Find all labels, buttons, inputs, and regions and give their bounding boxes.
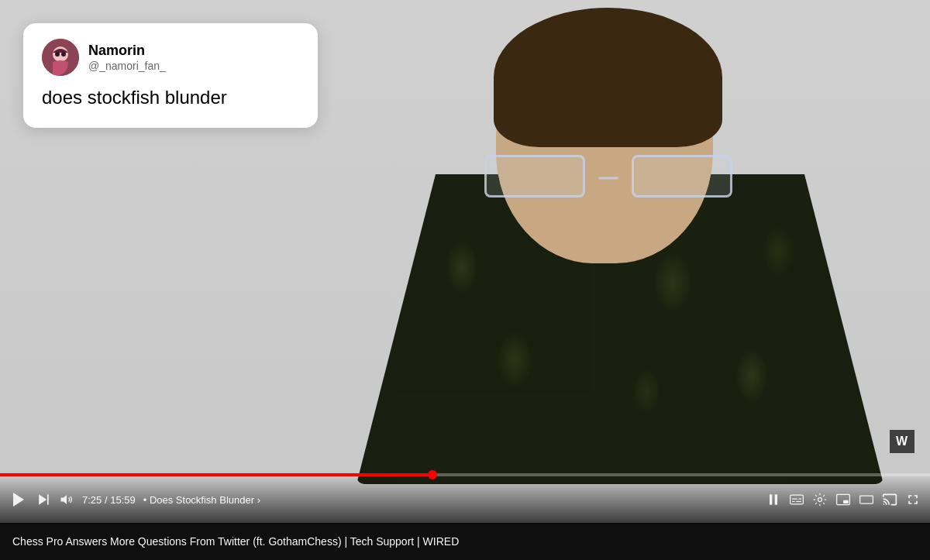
miniplayer-button[interactable]: [835, 492, 851, 507]
person-glasses: [484, 155, 732, 201]
volume-button[interactable]: [59, 492, 74, 507]
svg-point-15: [818, 498, 822, 502]
theater-mode-button[interactable]: [859, 492, 874, 507]
glasses-right: [632, 155, 732, 198]
tweet-user-info: Namorin @_namori_fan_: [88, 43, 166, 72]
tweet-handle: @_namori_fan_: [88, 60, 166, 72]
next-button[interactable]: [36, 492, 51, 507]
tweet-overlay: Namorin @_namori_fan_ does stockfish blu…: [23, 23, 318, 128]
title-bar: Chess Pro Answers More Questions From Tw…: [0, 523, 930, 560]
svg-rect-18: [860, 496, 873, 503]
person-hair: [494, 8, 722, 147]
svg-rect-8: [770, 494, 772, 504]
cast-icon: [882, 492, 897, 507]
chapter-name: Does Stockfish Blunder: [150, 494, 254, 506]
svg-marker-7: [61, 495, 67, 504]
subtitles-icon: [789, 492, 804, 507]
chapter-title[interactable]: • Does Stockfish Blunder ›: [143, 494, 260, 506]
cast-button[interactable]: [882, 492, 897, 507]
svg-rect-17: [843, 500, 849, 503]
play-icon: [9, 490, 28, 509]
glasses-bridge: [599, 177, 618, 180]
glasses-left: [484, 155, 585, 198]
settings-icon: [812, 492, 828, 507]
avatar-image: [42, 39, 79, 76]
svg-point-2: [55, 52, 60, 57]
total-time: 15:59: [110, 494, 136, 506]
svg-marker-5: [39, 494, 46, 504]
subtitles-button[interactable]: [789, 492, 804, 507]
svg-point-3: [61, 52, 66, 57]
pause-ads-button[interactable]: [766, 492, 781, 507]
tweet-avatar: [42, 39, 79, 76]
play-button[interactable]: [9, 490, 28, 509]
tweet-username: Namorin: [88, 43, 166, 60]
wired-watermark: W: [890, 430, 914, 453]
theater-icon: [859, 492, 874, 507]
time-current: 7:25 / 15:59: [82, 494, 136, 506]
next-icon: [36, 492, 51, 507]
current-time: 7:25: [82, 494, 102, 506]
svg-rect-6: [47, 494, 49, 504]
fullscreen-icon: [905, 492, 921, 507]
svg-rect-10: [790, 495, 804, 504]
svg-rect-9: [775, 494, 777, 504]
video-title: Chess Pro Answers More Questions From Tw…: [12, 535, 459, 548]
miniplayer-icon: [835, 492, 851, 507]
chapter-arrow: ›: [257, 494, 260, 506]
tweet-header: Namorin @_namori_fan_: [42, 39, 299, 76]
chapter-prefix: •: [143, 494, 150, 506]
volume-icon: [59, 492, 74, 507]
fullscreen-button[interactable]: [905, 492, 921, 507]
video-player[interactable]: Namorin @_namori_fan_ does stockfish blu…: [0, 0, 930, 523]
pause-ads-icon: [766, 492, 781, 507]
tweet-content: does stockfish blunder: [42, 85, 299, 109]
settings-button[interactable]: [812, 492, 828, 507]
svg-marker-4: [13, 493, 24, 507]
controls-bar: 7:25 / 15:59 • Does Stockfish Blunder ›: [0, 476, 930, 523]
